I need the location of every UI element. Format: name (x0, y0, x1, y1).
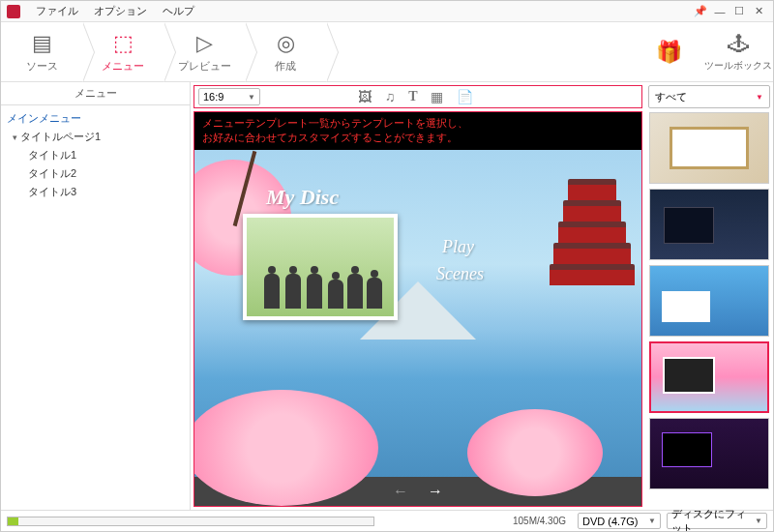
minimize-button[interactable]: — (711, 5, 729, 18)
preview-icon: ▷ (196, 30, 213, 57)
tree-title-item[interactable]: タイトル3 (7, 183, 184, 201)
usage-fill (8, 517, 18, 525)
page-tool-icon[interactable]: 📄 (457, 89, 473, 104)
source-icon: ▤ (32, 30, 52, 57)
chevron-down-icon: ▼ (248, 93, 255, 102)
tree-title-item[interactable]: タイトル2 (7, 164, 184, 183)
chevron-down-icon: ▼ (756, 93, 763, 102)
template-item[interactable] (649, 112, 769, 184)
menu-scene[interactable]: My Disc Play Scenes (194, 150, 641, 477)
template-item[interactable] (649, 418, 769, 489)
step-label: メニュー (102, 59, 144, 74)
body: メニュー メインメニュー ▾タイトルページ1 タイトル1 タイトル2 タイトル3… (1, 82, 773, 510)
select-value: すべて (655, 90, 687, 104)
select-value: 16:9 (203, 91, 223, 103)
editor-toolbar: 16:9 ▼ 🖼 ♫ T ▦ 📄 (194, 85, 642, 108)
sidebar-header: メニュー (1, 82, 190, 105)
instruction-line: メニューテンプレート一覧からテンプレートを選択し、 (202, 116, 634, 131)
template-item[interactable] (649, 265, 769, 337)
step-source[interactable]: ▤ ソース (1, 22, 82, 82)
select-value: DVD (4.7G) (582, 516, 638, 527)
tree-title-item[interactable]: タイトル1 (7, 146, 184, 164)
toolbox-icon: 🕹 (728, 32, 749, 57)
maximize-button[interactable]: ☐ (730, 5, 748, 18)
template-list (645, 108, 773, 510)
thumbnail-image (247, 218, 394, 316)
titlebar: ファイル オプション ヘルプ 📌 — ☐ ✕ (1, 1, 773, 22)
app-icon (7, 5, 20, 18)
menu-help[interactable]: ヘルプ (155, 2, 202, 20)
aspect-ratio-select[interactable]: 16:9 ▼ (198, 88, 260, 105)
tree-main-menu[interactable]: メインメニュー (7, 109, 184, 128)
blossom-graphic (194, 390, 378, 506)
template-filter-select[interactable]: すべて ▼ (648, 85, 770, 108)
disc-usage-text: 105M/4.30G (513, 516, 566, 526)
step-label: 作成 (275, 59, 296, 74)
step-bar: ▤ ソース ⬚ メニュー ▷ プレビュー ◎ 作成 🎁 🕹 ツールボックス (1, 22, 773, 82)
create-icon: ◎ (277, 30, 295, 57)
menu-tree: メインメニュー ▾タイトルページ1 タイトル1 タイトル2 タイトル3 (1, 105, 190, 205)
next-page-button[interactable]: → (428, 483, 443, 500)
frame-tool-icon[interactable]: ▦ (431, 89, 443, 104)
fit-mode-select[interactable]: ディスクにフィット ▼ (667, 513, 767, 529)
step-label: プレビュー (178, 59, 231, 74)
select-value: ディスクにフィット (671, 507, 755, 533)
music-tool-icon[interactable]: ♫ (385, 89, 396, 104)
toolbox-label: ツールボックス (704, 59, 772, 73)
tree-title-page[interactable]: ▾タイトルページ1 (7, 128, 184, 146)
close-button[interactable]: ✕ (750, 5, 767, 18)
step-create[interactable]: ◎ 作成 (245, 22, 326, 82)
sidebar: メニュー メインメニュー ▾タイトルページ1 タイトル1 タイトル2 タイトル3 (1, 82, 191, 510)
toolbox-tool[interactable]: 🕹 ツールボックス (703, 32, 773, 73)
gift-icon: 🎁 (656, 40, 682, 65)
step-menu[interactable]: ⬚ メニュー (82, 22, 164, 82)
disc-usage-bar (7, 517, 374, 526)
tree-label: タイトルページ1 (20, 131, 101, 142)
menu-options[interactable]: オプション (86, 2, 155, 20)
center-panel: 16:9 ▼ 🖼 ♫ T ▦ 📄 メニューテンプレート一覧からテンプレートを選択… (191, 82, 645, 510)
pin-icon[interactable]: 📌 (692, 5, 709, 18)
twisty-icon: ▾ (13, 133, 20, 142)
template-item[interactable] (649, 189, 769, 260)
pagoda-graphic (549, 179, 636, 285)
disc-title-text[interactable]: My Disc (266, 185, 339, 210)
instruction-line: お好みに合わせてカスタマイズすることができます。 (202, 131, 634, 145)
instruction-text: メニューテンプレート一覧からテンプレートを選択し、 お好みに合わせてカスタマイズ… (194, 112, 641, 150)
play-button-text[interactable]: Play (442, 237, 474, 257)
disc-type-select[interactable]: DVD (4.7G) ▼ (578, 513, 661, 529)
title-thumbnail[interactable] (243, 214, 398, 320)
chevron-down-icon: ▼ (755, 517, 762, 525)
blossom-graphic (467, 409, 603, 496)
image-tool-icon[interactable]: 🖼 (358, 89, 372, 104)
gift-tool[interactable]: 🎁 (634, 40, 703, 65)
template-panel: すべて ▼ (645, 82, 773, 510)
preview-area: メニューテンプレート一覧からテンプレートを選択し、 お好みに合わせてカスタマイズ… (194, 111, 642, 507)
menu-file[interactable]: ファイル (28, 2, 86, 20)
menu-icon: ⬚ (113, 30, 134, 57)
step-label: ソース (26, 59, 58, 74)
prev-page-button[interactable]: ← (393, 483, 408, 500)
text-tool-icon[interactable]: T (408, 89, 417, 104)
status-bar: 105M/4.30G DVD (4.7G) ▼ ディスクにフィット ▼ (1, 510, 773, 531)
scenes-button-text[interactable]: Scenes (436, 264, 484, 284)
step-preview[interactable]: ▷ プレビュー (164, 22, 245, 82)
chevron-down-icon: ▼ (648, 517, 656, 525)
template-item-selected[interactable] (649, 341, 769, 413)
